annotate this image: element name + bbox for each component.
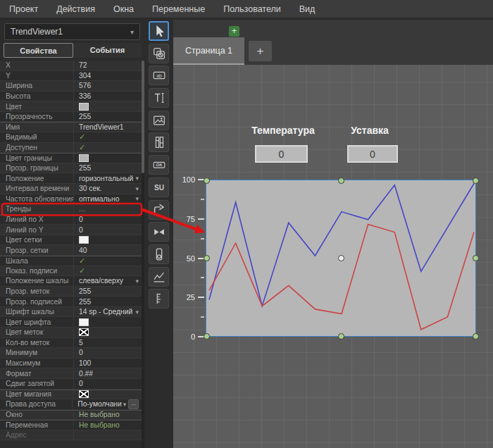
property-value[interactable]: слева/сверху▾	[73, 276, 142, 286]
property-row[interactable]: Адрес	[0, 430, 142, 441]
property-row[interactable]: Прозрачность255	[0, 112, 142, 123]
property-value[interactable]: 0	[73, 225, 142, 235]
property-value[interactable]	[73, 328, 142, 337]
selection-center-handle[interactable]	[338, 255, 344, 261]
check-icon[interactable]: ✓	[79, 143, 85, 152]
property-value[interactable]: 304	[73, 71, 142, 81]
text-widget[interactable]: Температура	[248, 125, 318, 137]
property-value[interactable]: Не выбрано	[73, 411, 142, 420]
tool-pipe[interactable]	[149, 200, 169, 220]
property-row[interactable]: ОкноНе выбрано	[0, 410, 142, 421]
property-value[interactable]	[73, 235, 142, 245]
property-value[interactable]: 255	[73, 297, 142, 306]
element-selector-dropdown[interactable]: TrendViewer1 ▾	[4, 23, 140, 40]
tool-image[interactable]	[149, 111, 169, 130]
selection-handle[interactable]	[473, 333, 479, 340]
menu-item[interactable]: Проект	[0, 0, 47, 19]
property-row[interactable]: Y304	[0, 71, 142, 82]
property-row[interactable]: Шрифт шкалы14 sp - Средний▾	[0, 307, 142, 318]
property-value[interactable]: 0	[73, 216, 142, 225]
property-row[interactable]: Минимум0	[0, 348, 142, 359]
trend-chart-widget[interactable]	[206, 180, 476, 337]
tool-trend[interactable]	[149, 267, 169, 287]
design-grid[interactable]: Температура Уставка 0 0 0255075100	[173, 65, 493, 448]
property-row[interactable]: Цвет границы	[0, 153, 142, 163]
color-swatch[interactable]	[79, 390, 89, 398]
scrollbar-thumb[interactable]	[142, 61, 144, 173]
tab-events[interactable]: События	[73, 43, 142, 58]
property-row[interactable]: Шкала✓	[0, 256, 142, 266]
value-box-widget[interactable]: 0	[255, 145, 308, 163]
tool-dynamic-object[interactable]	[149, 44, 169, 63]
property-row[interactable]: Частота обновленияоптимально▾	[0, 194, 142, 205]
menu-item[interactable]: Переменные	[143, 0, 214, 19]
property-value[interactable]: ✓	[73, 266, 142, 276]
property-value[interactable]: 255	[73, 112, 142, 122]
property-row[interactable]: Цвет меток	[0, 328, 142, 338]
property-value[interactable]: оптимально▾	[73, 194, 142, 204]
menu-item[interactable]: Вид	[290, 0, 325, 19]
add-page-button[interactable]: +	[229, 26, 239, 37]
property-row[interactable]: Прозр. сетки40	[0, 245, 142, 256]
property-value[interactable]: 0	[73, 348, 142, 358]
property-row[interactable]: Цвет сетки	[0, 235, 142, 246]
property-row[interactable]: Положениегоризонтальный▾	[0, 173, 142, 184]
selection-handle[interactable]	[204, 333, 210, 340]
tool-label[interactable]: ab	[149, 66, 169, 85]
check-icon[interactable]: ✓	[79, 132, 85, 142]
property-row[interactable]: Прозр. границы255	[0, 163, 142, 174]
property-row[interactable]: ИмяTrendViewer1	[0, 122, 142, 132]
tool-textfield[interactable]	[149, 88, 169, 108]
property-value[interactable]: ...	[73, 204, 142, 214]
property-row[interactable]: Положение шкалыслева/сверху▾	[0, 276, 142, 287]
property-value[interactable]	[73, 101, 142, 111]
property-value[interactable]: 576	[73, 81, 142, 91]
property-value[interactable]: 336	[73, 92, 142, 101]
selection-handle[interactable]	[473, 178, 479, 184]
property-row[interactable]: Доступен✓	[0, 143, 142, 154]
property-value[interactable]: ✓	[73, 143, 142, 153]
property-value[interactable]: По-умолчани▾...	[72, 399, 142, 409]
selection-handle[interactable]	[338, 333, 344, 340]
property-value[interactable]: 30 сек.▾	[73, 184, 142, 194]
property-value[interactable]: 14 sp - Средний▾	[73, 307, 142, 317]
page-tab[interactable]: Страница 1	[173, 37, 244, 65]
more-button[interactable]: ...	[128, 399, 139, 409]
property-row[interactable]: Права доступаПо-умолчани▾...	[0, 399, 142, 410]
color-swatch[interactable]	[79, 328, 89, 336]
tool-select[interactable]	[149, 21, 169, 41]
property-row[interactable]: Показ. подписи✓	[0, 266, 142, 277]
property-row[interactable]: Интервал времени30 сек.▾	[0, 184, 142, 194]
property-row[interactable]: Цвет шрифта	[0, 317, 142, 328]
property-value[interactable]	[73, 154, 142, 163]
property-row[interactable]: Видимый✓	[0, 132, 142, 143]
color-swatch[interactable]	[79, 236, 89, 244]
property-row[interactable]: Сдвиг запятой0	[0, 379, 142, 390]
property-value[interactable]: ✓	[73, 132, 142, 142]
property-value[interactable]: 0.##	[73, 368, 142, 378]
selection-handle[interactable]	[473, 255, 479, 261]
menu-item[interactable]: Окна	[104, 0, 143, 19]
tool-pump[interactable]	[149, 244, 169, 264]
selection-handle[interactable]	[338, 178, 344, 184]
property-row[interactable]: Линий по Y0	[0, 225, 142, 235]
property-row[interactable]: Прозр. подписей255	[0, 297, 142, 307]
tool-scale[interactable]	[149, 289, 169, 309]
property-row[interactable]: X72	[0, 61, 142, 71]
property-row[interactable]: Цвет	[0, 101, 142, 112]
property-row[interactable]: Тренды...	[0, 204, 142, 215]
tab-properties[interactable]: Свойства	[4, 43, 73, 58]
tool-button[interactable]: OK	[149, 155, 169, 175]
property-value[interactable]: 40	[73, 245, 142, 255]
property-value[interactable]: 0	[73, 379, 142, 389]
property-value[interactable]: 255	[73, 163, 142, 173]
scrollbar[interactable]	[142, 61, 144, 448]
value-box-widget[interactable]: 0	[347, 145, 398, 163]
property-row[interactable]: ПеременнаяНе выбрано	[0, 420, 142, 430]
selection-handle[interactable]	[204, 178, 210, 184]
property-value[interactable]: 100	[73, 359, 142, 368]
menu-item[interactable]: Пользователи	[214, 0, 290, 19]
tool-indicator[interactable]	[149, 132, 169, 152]
property-row[interactable]: Максимум100	[0, 359, 142, 369]
add-tab-button[interactable]: +	[249, 41, 272, 61]
